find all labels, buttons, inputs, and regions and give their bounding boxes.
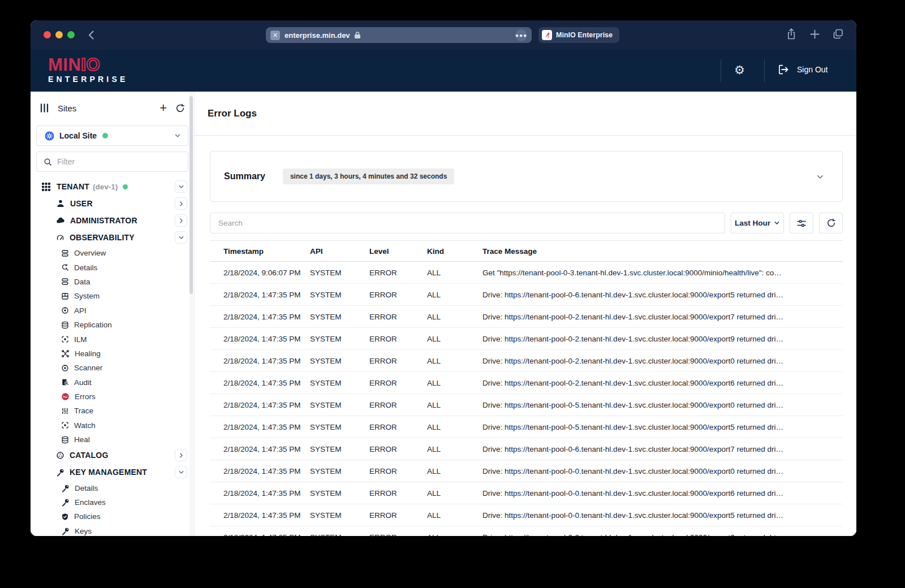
tenant-grid-icon xyxy=(41,182,51,192)
sidebar-item-administrator[interactable]: ADMINISTRATOR xyxy=(31,212,194,229)
collapse-button[interactable] xyxy=(175,231,187,244)
log-table-row[interactable]: 2/18/2024, 1:47:35 PMSYSTEMERRORALLDrive… xyxy=(210,394,843,416)
share-button[interactable] xyxy=(786,28,797,40)
timestamp-cell: 2/18/2024, 1:47:35 PM xyxy=(210,335,310,343)
sidebar-item-watch[interactable]: Watch xyxy=(31,418,194,433)
settings-gear-icon[interactable]: ⚙ xyxy=(734,62,745,79)
log-table-row[interactable]: 2/18/2024, 1:47:35 PMSYSTEMERRORALLDrive… xyxy=(210,526,843,536)
sidebar-item-overview[interactable]: Overview xyxy=(31,246,194,260)
sidebar-item-scanner[interactable]: Scanner xyxy=(31,361,194,375)
sidebar-item-catalog[interactable]: CATALOG xyxy=(31,447,194,464)
trace-message-cell: Drive: https://tenant-pool-0-2.tenant-hl… xyxy=(482,335,843,343)
browser-tab[interactable]: MinIO Enterprise xyxy=(538,27,619,43)
sidebar-item-heal[interactable]: Heal xyxy=(31,433,194,447)
api-cell: SYSTEM xyxy=(310,489,369,498)
log-table-row[interactable]: 2/18/2024, 1:47:35 PMSYSTEMERRORALLDrive… xyxy=(210,350,843,372)
site-selector[interactable]: Local Site xyxy=(36,126,188,146)
log-table-row[interactable]: 2/18/2024, 1:47:35 PMSYSTEMERRORALLDrive… xyxy=(210,438,843,460)
kind-cell: ALL xyxy=(427,335,482,343)
sidebar-filter xyxy=(36,152,188,172)
shield-icon xyxy=(61,513,69,521)
column-header-trace-message: Trace Message xyxy=(482,247,843,256)
api-cell: SYSTEM xyxy=(310,511,369,520)
filter-input[interactable] xyxy=(57,157,181,166)
log-table-row[interactable]: 2/18/2024, 1:47:35 PMSYSTEMERRORALLDrive… xyxy=(210,306,843,328)
sidebar-item-trace[interactable]: Trace xyxy=(31,404,194,418)
sidebar-item-replication[interactable]: Replication xyxy=(31,318,194,332)
level-cell: ERROR xyxy=(369,291,427,299)
sidebar-item-ilm[interactable]: ILM xyxy=(31,332,194,346)
target-icon xyxy=(61,364,69,372)
sidebar-item-user[interactable]: USER xyxy=(31,195,194,212)
trace-message-cell: Drive: https://tenant-pool-0-0.tenant-hl… xyxy=(482,467,843,475)
zoom-window-button[interactable] xyxy=(67,31,75,38)
site-favicon-icon: ✕ xyxy=(270,31,280,40)
sidebar-item-details[interactable]: Details xyxy=(31,260,194,274)
sign-out-button[interactable]: Sign Out xyxy=(777,63,828,76)
log-table-row[interactable]: 2/18/2024, 1:47:35 PMSYSTEMERRORALLDrive… xyxy=(210,284,843,306)
new-tab-button[interactable] xyxy=(809,29,820,40)
log-table-row[interactable]: 2/18/2024, 1:47:35 PMSYSTEMERRORALLDrive… xyxy=(210,504,843,526)
api-cell: SYSTEM xyxy=(310,533,369,537)
kind-cell: ALL xyxy=(427,291,482,299)
refresh-logs-button[interactable] xyxy=(819,213,843,234)
refresh-sites-button[interactable] xyxy=(175,103,185,113)
kind-cell: ALL xyxy=(427,269,482,277)
search-input[interactable] xyxy=(218,219,717,227)
sidebar-item-keys[interactable]: Keys xyxy=(31,524,194,536)
level-cell: ERROR xyxy=(369,511,427,520)
sidebar-item-label: USER xyxy=(70,199,93,208)
kind-cell: ALL xyxy=(427,533,482,537)
timestamp-cell: 2/18/2024, 1:47:35 PM xyxy=(210,511,310,520)
cloud-icon xyxy=(56,216,65,225)
sidebar-item-errors[interactable]: Errors xyxy=(31,390,194,404)
sidebar-item-system[interactable]: System xyxy=(31,289,194,303)
log-table-row[interactable]: 2/18/2024, 1:47:35 PMSYSTEMERRORALLDrive… xyxy=(210,372,843,394)
sidebar-item-healing[interactable]: Healing xyxy=(31,347,194,361)
sidebar-item-audit[interactable]: Audit xyxy=(31,375,194,390)
sidebar-item-key-management[interactable]: KEY MANAGEMENT xyxy=(31,464,194,481)
sidebar-item-data[interactable]: Data xyxy=(31,275,194,289)
log-table-row[interactable]: 2/18/2024, 1:47:35 PMSYSTEMERRORALLDrive… xyxy=(210,482,843,504)
close-window-button[interactable] xyxy=(44,31,51,38)
sidebar-item-enclaves[interactable]: Enclaves xyxy=(31,495,194,509)
trace-message-cell: Drive: https://tenant-pool-0-0.tenant-hl… xyxy=(482,489,843,498)
sidebar-item-label: Scanner xyxy=(74,364,102,372)
sidebar-item-policies[interactable]: Policies xyxy=(31,509,194,524)
log-table-row[interactable]: 2/18/2024, 1:47:35 PMSYSTEMERRORALLDrive… xyxy=(210,416,843,438)
filter-settings-button[interactable] xyxy=(790,213,813,234)
sidebar-scrollbar[interactable] xyxy=(189,92,193,536)
log-table-row[interactable]: 2/18/2024, 1:47:35 PMSYSTEMERRORALLDrive… xyxy=(210,460,843,482)
sidebar-item-label: OBSERVABILITY xyxy=(70,233,135,242)
summary-label: Summary xyxy=(224,171,265,181)
api-cell: SYSTEM xyxy=(310,379,369,387)
time-range-button[interactable]: Last Hour xyxy=(731,213,784,234)
sidebar-item-label: Overview xyxy=(74,249,106,257)
error-icon xyxy=(61,392,70,401)
sidebar-item-api[interactable]: API xyxy=(31,304,194,318)
collapse-button[interactable] xyxy=(175,466,187,478)
level-cell: ERROR xyxy=(369,467,427,475)
log-table-row[interactable]: 2/18/2024, 1:47:35 PMSYSTEMERRORALLDrive… xyxy=(210,328,843,350)
log-table-row[interactable]: 2/18/2024, 9:06:07 PMSYSTEMERRORALLGet "… xyxy=(210,262,843,284)
page-options-button[interactable]: ●●● xyxy=(515,29,527,41)
tab-overview-button[interactable] xyxy=(833,28,844,40)
minimize-window-button[interactable] xyxy=(55,31,63,38)
tenant-status-dot xyxy=(123,184,128,189)
expand-button[interactable] xyxy=(175,214,187,227)
timestamp-cell: 2/18/2024, 1:47:35 PM xyxy=(210,401,310,409)
expand-button[interactable] xyxy=(175,449,187,461)
sidebar-item-tenant[interactable]: TENANT(dev-1) xyxy=(31,178,194,195)
expand-button[interactable] xyxy=(175,197,187,210)
trace-message-cell: Drive: https://tenant-pool-0-5.tenant-hl… xyxy=(482,401,843,409)
timestamp-cell: 2/18/2024, 1:47:35 PM xyxy=(210,533,310,537)
sidebar-item-details[interactable]: Details xyxy=(31,481,194,495)
add-site-button[interactable]: + xyxy=(160,102,167,114)
refresh-icon xyxy=(826,218,836,228)
chevron-down-icon[interactable] xyxy=(816,173,824,181)
collapse-button[interactable] xyxy=(175,180,187,193)
browser-back-button[interactable] xyxy=(85,28,98,42)
address-bar[interactable]: ✕ enterprise.min.dev ●●● xyxy=(266,27,532,43)
trace-message-cell: Drive: https://tenant-pool-0-2.tenant-hl… xyxy=(482,379,843,387)
sidebar-item-observability[interactable]: OBSERVABILITY xyxy=(31,229,194,246)
